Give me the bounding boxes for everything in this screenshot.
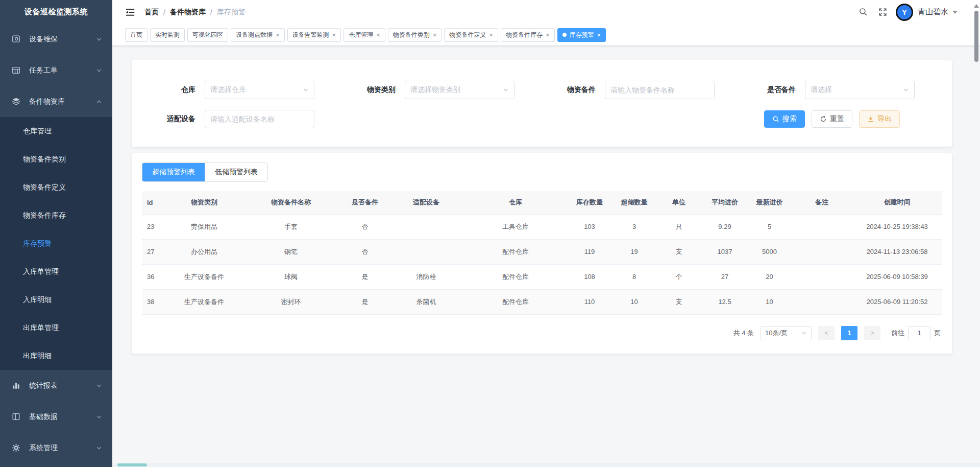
cell-is-spare: 否: [342, 239, 388, 264]
cell-adapted-device: 消防栓: [388, 264, 464, 289]
app-title: 设备巡检监测系统: [0, 0, 112, 24]
tab-over-stock-list[interactable]: 超储预警列表: [142, 163, 205, 181]
field-adapted-device: 适配设备: [142, 110, 342, 128]
table-row[interactable]: 36 生产设备备件 球阀 是 消防栓 配件仓库 108 8 个 27 20: [142, 264, 942, 289]
table-row[interactable]: 38 生产设备备件 密封环 是 杀菌机 配件仓库 110 10 支 12.5 1…: [142, 289, 942, 314]
horizontal-scrollbar: [112, 463, 980, 467]
tab-material-definition[interactable]: 物资备件定义×: [444, 28, 498, 42]
adapted-device-label: 适配设备: [142, 114, 195, 124]
table-row[interactable]: 23 劳保用品 手套 否 工具仓库 103 3 只 9.29 5: [142, 214, 942, 239]
cell-material-category: 劳保用品: [168, 214, 240, 239]
search-icon[interactable]: [859, 7, 868, 17]
sidebar-item-material-stock[interactable]: 物资备件库存: [0, 201, 112, 229]
sidebar-item-material-category[interactable]: 物资备件类别: [0, 145, 112, 173]
goto-label: 前往: [891, 329, 904, 338]
scroll-up-arrow-icon[interactable]: [974, 4, 979, 8]
cell-part-name: 钢笔: [240, 239, 342, 264]
chevron-down-icon: [503, 87, 509, 93]
close-icon[interactable]: ×: [433, 32, 437, 38]
sidebar-item-statistics-reports[interactable]: 统计报表: [0, 370, 112, 401]
list-type-tabs: 超储预警列表 低储预警列表: [142, 162, 268, 182]
cell-id: 27: [142, 239, 168, 264]
tab-device-point-data[interactable]: 设备测点数据×: [231, 28, 285, 42]
cell-unit: 只: [656, 214, 702, 239]
table-row[interactable]: 27 办公用品 钢笔 否 配件仓库 119 19 支 1037 5000: [142, 239, 942, 264]
sidebar-item-basic-data[interactable]: 基础数据: [0, 401, 112, 432]
tab-stock-warning[interactable]: 库存预警×: [557, 28, 606, 42]
cell-warehouse: 配件仓库: [464, 264, 567, 289]
is-spare-label: 是否备件: [742, 85, 796, 95]
username[interactable]: 青山碧水: [918, 7, 948, 17]
warehouse-placeholder: 请选择仓库: [210, 85, 246, 95]
prev-page-button[interactable]: <: [818, 326, 835, 340]
chevron-down-icon: [96, 36, 102, 42]
tab-material-category[interactable]: 物资备件类别×: [388, 28, 442, 42]
tab-warehouse-management[interactable]: 仓库管理×: [344, 28, 385, 42]
tab-label: 物资备件类别: [393, 31, 430, 39]
close-icon[interactable]: ×: [546, 32, 550, 38]
tab-low-stock-list[interactable]: 低储预警列表: [205, 163, 267, 181]
menu-label: 基础数据: [29, 412, 96, 422]
cell-stock-qty: 110: [567, 289, 612, 314]
menu-label: 设备维保: [29, 35, 96, 44]
close-icon[interactable]: ×: [332, 32, 336, 38]
export-button[interactable]: 导出: [859, 110, 900, 128]
close-icon[interactable]: ×: [376, 32, 380, 38]
tab-visual-park[interactable]: 可视化园区: [187, 28, 228, 42]
close-icon[interactable]: ×: [276, 32, 280, 38]
page-size-value: 10条/页: [765, 329, 788, 338]
sidebar-item-task-orders[interactable]: 任务工单: [0, 55, 112, 86]
goto-page-input[interactable]: [908, 326, 930, 340]
tab-device-alarm-monitor[interactable]: 设备告警监测×: [287, 28, 341, 42]
adapted-device-input[interactable]: [205, 110, 314, 128]
menu-label: 任务工单: [29, 66, 96, 75]
tab-home[interactable]: 首页: [125, 28, 148, 42]
sidebar-collapse-icon[interactable]: [125, 7, 135, 17]
tab-material-stock[interactable]: 物资备件库存×: [501, 28, 555, 42]
tab-label: 实时监测: [155, 31, 180, 39]
sidebar-item-spare-parts-store[interactable]: 备件物资库: [0, 86, 112, 117]
cell-remark: [791, 239, 852, 264]
sidebar-item-inbound-order-management[interactable]: 入库单管理: [0, 258, 112, 286]
sidebar-item-warehouse-management[interactable]: 仓库管理: [0, 117, 112, 145]
is-spare-select[interactable]: 请选择: [805, 81, 915, 99]
breadcrumb-spare-parts-store[interactable]: 备件物资库: [170, 8, 206, 17]
cell-remark: [791, 264, 852, 289]
vertical-scrollbar: [974, 4, 979, 467]
cell-avg-price: 27: [702, 264, 748, 289]
close-icon[interactable]: ×: [597, 32, 601, 38]
sidebar-item-material-definition[interactable]: 物资备件定义: [0, 173, 112, 201]
navbar-left: 首页 / 备件物资库 / 库存预警: [125, 7, 246, 17]
cell-remark: [791, 289, 852, 314]
tab-realtime-monitor[interactable]: 实时监测: [150, 28, 185, 42]
sidebar-item-inbound-details[interactable]: 入库明细: [0, 286, 112, 314]
material-category-label: 物资类别: [342, 85, 396, 95]
next-page-button[interactable]: >: [864, 326, 880, 340]
horizontal-scrollbar-thumb[interactable]: [117, 463, 147, 466]
vertical-scrollbar-thumb[interactable]: [974, 11, 978, 62]
sidebar-item-outbound-order-management[interactable]: 出库单管理: [0, 314, 112, 342]
cell-created-at: 2025-06-09 10:58:39: [852, 264, 942, 289]
current-page-button[interactable]: 1: [841, 326, 857, 340]
avatar[interactable]: Y: [896, 4, 913, 21]
warehouse-select[interactable]: 请选择仓库: [205, 81, 314, 99]
fullscreen-icon[interactable]: [878, 7, 888, 17]
material-category-select[interactable]: 请选择物资类别: [405, 81, 514, 99]
filter-card: 仓库 请选择仓库 物资类别 请选择物资类别: [132, 60, 952, 147]
material-part-input[interactable]: [605, 81, 715, 99]
close-icon[interactable]: ×: [489, 32, 493, 38]
cell-created-at: 2024-10-25 19:38:43: [852, 214, 942, 239]
material-part-label: 物资备件: [542, 85, 596, 95]
bar-chart-icon: [11, 381, 21, 390]
breadcrumb-home[interactable]: 首页: [144, 8, 159, 17]
page-size-select[interactable]: 10条/页: [761, 326, 812, 340]
search-button[interactable]: 搜索: [764, 110, 805, 128]
cell-over-qty: 10: [612, 289, 656, 314]
sidebar-item-equipment-maintenance[interactable]: 设备维保: [0, 24, 112, 55]
cell-over-qty: 8: [612, 264, 656, 289]
user-caret-down-icon[interactable]: [952, 11, 958, 14]
reset-button[interactable]: 重置: [812, 110, 852, 128]
sidebar-item-system-management[interactable]: 系统管理: [0, 432, 112, 463]
sidebar-item-stock-warning[interactable]: 库存预警: [0, 229, 112, 258]
sidebar-item-outbound-details[interactable]: 出库明细: [0, 342, 112, 370]
